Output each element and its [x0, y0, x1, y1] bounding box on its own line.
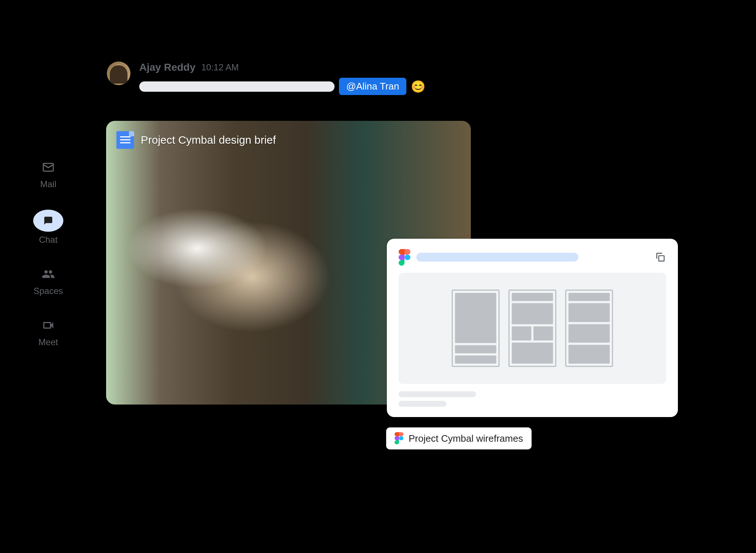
- figma-attachment-chip[interactable]: Project Cymbal wireframes: [386, 427, 532, 449]
- sender-name: Ajay Reddy: [139, 62, 196, 73]
- message-body: @Alina Tran 😊: [139, 78, 426, 95]
- chip-label: Project Cymbal wireframes: [409, 433, 523, 444]
- figma-card-header: [399, 249, 666, 265]
- figma-canvas-preview: [399, 273, 666, 384]
- message-content: Ajay Reddy 10:12 AM @Alina Tran 😊: [139, 62, 426, 95]
- sender-avatar[interactable]: [107, 62, 130, 85]
- chat-icon: [33, 210, 63, 232]
- nav-item-spaces[interactable]: Spaces: [34, 265, 63, 296]
- wireframe-mockup: [508, 290, 556, 367]
- text-placeholder: [399, 391, 476, 397]
- wireframe-mockup: [565, 290, 613, 367]
- svg-rect-0: [659, 256, 664, 261]
- doc-title: Project Cymbal design brief: [141, 134, 276, 146]
- figma-icon: [395, 432, 403, 445]
- nav-label: Meet: [38, 337, 58, 347]
- google-docs-icon: [116, 131, 134, 149]
- doc-overlay: Project Cymbal design brief: [116, 131, 276, 149]
- text-placeholder: [399, 401, 447, 407]
- mail-icon: [39, 158, 57, 176]
- nav-label: Mail: [40, 179, 56, 189]
- text-placeholder: [139, 81, 335, 92]
- nav-item-meet[interactable]: Meet: [38, 316, 58, 347]
- message-meta: Ajay Reddy 10:12 AM: [139, 62, 426, 73]
- spaces-icon: [39, 265, 57, 283]
- meet-icon: [39, 316, 57, 334]
- nav-item-mail[interactable]: Mail: [39, 158, 57, 189]
- emoji-reaction: 😊: [411, 80, 426, 94]
- figma-title-placeholder: [416, 253, 578, 262]
- wireframe-mockup: [452, 290, 500, 367]
- mention-chip[interactable]: @Alina Tran: [339, 78, 406, 95]
- nav-label: Spaces: [34, 286, 63, 296]
- message-timestamp: 10:12 AM: [202, 62, 239, 73]
- nav-label: Chat: [39, 235, 58, 245]
- app-sidebar: Mail Chat Spaces Meet: [33, 158, 63, 347]
- figma-preview-card[interactable]: [387, 239, 678, 417]
- copy-icon[interactable]: [654, 251, 666, 263]
- nav-item-chat[interactable]: Chat: [33, 210, 63, 245]
- chat-message: Ajay Reddy 10:12 AM @Alina Tran 😊: [107, 62, 426, 95]
- figma-card-footer: [399, 391, 666, 407]
- figma-icon: [399, 249, 410, 265]
